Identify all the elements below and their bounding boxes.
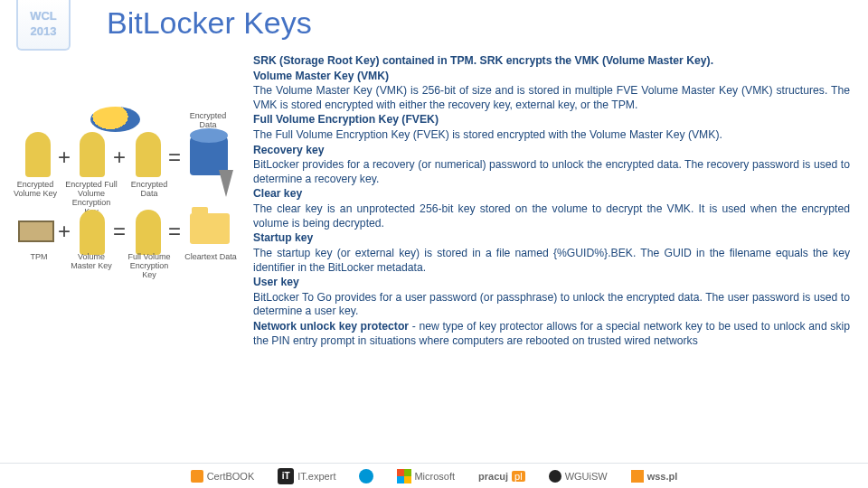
body-recovery: BitLocker provides for a recovery (or nu…: [253, 158, 850, 186]
body-user: BitLocker To Go provides for a user pass…: [253, 291, 850, 319]
label-fvek: Full Volume Encryption Key: [123, 253, 175, 280]
logo-it: iT IT.expert: [278, 468, 335, 484]
it-icon: iT: [278, 468, 294, 484]
equals-icon: =: [113, 219, 126, 244]
wss-icon: [631, 470, 644, 483]
hp-icon: [359, 469, 373, 483]
logo-hp: [359, 469, 373, 483]
sponsor-footer: CertBOOK iT IT.expert Microsoft pracuj p…: [0, 463, 868, 488]
microsoft-icon: [397, 469, 410, 483]
key-icon-evk: [25, 132, 51, 177]
label-ed: Encrypted Data: [123, 181, 175, 199]
heading-clear: Clear key: [253, 187, 850, 202]
event-badge: WCL 2013: [16, 0, 71, 51]
srk-line: SRK (Storage Root Key) contained in TPM.…: [253, 54, 713, 67]
pie-icon: [90, 107, 140, 132]
plus-icon: +: [58, 145, 71, 170]
badge-line2: 2013: [18, 24, 69, 40]
key-icon-efvek: [80, 132, 105, 177]
heading-startup: Startup key: [253, 231, 850, 246]
logo-wss: wss.pl: [631, 470, 678, 483]
body-fvek: The Full Volume Encryption Key (FVEK) is…: [253, 128, 850, 143]
body-startup: The startup key (or external key) is sto…: [253, 247, 850, 275]
logo-certbook: CertBOOK: [191, 470, 255, 483]
label-tpm: TPM: [13, 253, 65, 262]
wguisw-icon: [549, 470, 561, 483]
equals-icon: =: [168, 219, 181, 244]
key-hierarchy-diagram: Encrypted Volume Key Encrypted Full Volu…: [9, 101, 244, 282]
body-vmk: The Volume Master Key (VMK) is 256-bit o…: [253, 84, 850, 112]
key-icon-vmk: [80, 210, 105, 255]
heading-recovery: Recovery key: [253, 144, 850, 158]
badge-line1: WCL: [18, 9, 69, 24]
equals-icon: =: [168, 145, 181, 170]
plus-icon: +: [113, 145, 126, 170]
logo-pracuj: pracuj pl: [478, 471, 525, 482]
folder-icon: [190, 213, 230, 244]
logo-wguisw: WGUiSW: [549, 470, 608, 483]
slide-title: BitLocker Keys: [107, 5, 312, 41]
certbook-icon: [191, 470, 203, 483]
label-vmk: Volume Master Key: [65, 253, 118, 271]
heading-user: User key: [253, 276, 850, 290]
label-encrypted-data: Encrypted Data: [183, 112, 233, 130]
tpm-chip-icon: [18, 221, 54, 242]
label-cleartext: Cleartext Data: [184, 253, 237, 262]
logo-microsoft: Microsoft: [397, 469, 455, 483]
body-clear: The clear key is an unprotected 256-bit …: [253, 202, 850, 230]
key-icon-ed: [136, 132, 161, 177]
slide-body: SRK (Storage Root Key) contained in TPM.…: [253, 54, 850, 349]
label-evk: Encrypted Volume Key: [9, 181, 61, 199]
arrow-down-icon: [219, 170, 233, 197]
key-icon-fvek: [136, 210, 161, 255]
heading-fvek: Full Volume Encryption Key (FVEK): [253, 113, 850, 127]
plus-icon: +: [58, 219, 71, 244]
heading-vmk: Volume Master Key (VMK): [253, 70, 850, 84]
body-network: Network unlock key protector - new type …: [253, 320, 850, 348]
